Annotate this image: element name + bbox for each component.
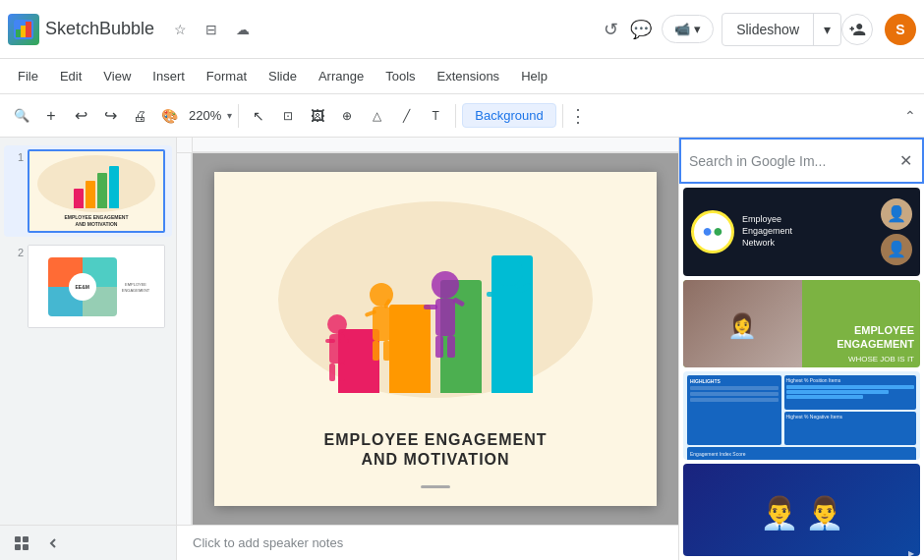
ruler-vertical [177, 153, 193, 525]
center-area: // tick marks inline [177, 138, 678, 560]
slide-canvas-area[interactable]: EMPLOYEE ENGAGEMENT AND MOTIVATION [193, 153, 678, 525]
collapse-panel-button[interactable] [39, 530, 67, 557]
svg-rect-27 [517, 283, 532, 293]
notes-bar[interactable]: Click to add speaker notes [177, 525, 678, 560]
zoom-in-button[interactable]: + [37, 100, 65, 132]
video-icon: 📹 [674, 22, 690, 36]
svg-rect-33 [23, 544, 29, 550]
svg-rect-16 [373, 341, 379, 361]
slideshow-main[interactable]: Slideshow [722, 14, 814, 45]
slide-num-2: 2 [8, 245, 24, 258]
svg-rect-28 [499, 325, 507, 349]
chat-icon[interactable]: 💬 [624, 13, 658, 46]
slide-preview-1: EMPLOYEE ENGAGEMENTAND MOTIVATION [28, 149, 165, 233]
menu-file[interactable]: File [8, 65, 48, 87]
image-tool[interactable]: 🖼 [304, 100, 331, 132]
top-bar: SketchBubble ☆ ⊟ ☁ ↺ 💬 📹 ▾ Slideshow ▾ S [0, 0, 924, 59]
zoom-control[interactable]: 220% ▾ [185, 100, 232, 132]
slideshow-button[interactable]: Slideshow ▾ [722, 13, 841, 46]
menu-format[interactable]: Format [197, 65, 257, 87]
slide-num-1: 1 [8, 149, 24, 163]
video-button[interactable]: 📹 ▾ [662, 15, 714, 43]
svg-rect-17 [383, 341, 390, 361]
slides-list: 1 EMPLOYEE ENGAGEMENTAND MOTIVATION [0, 138, 176, 560]
slide-title-line1: EMPLOYEE ENGAGEMENT [323, 429, 547, 451]
canvas-area: EMPLOYEE ENGAGEMENT AND MOTIVATION [177, 153, 678, 525]
cursor-tool[interactable]: ↖ [245, 100, 272, 132]
slideshow-dropdown-arrow[interactable]: ▾ [814, 14, 840, 45]
slide-main-title: EMPLOYEE ENGAGEMENT AND MOTIVATION [323, 429, 547, 469]
expand-toolbar-button[interactable]: ⌃ [904, 108, 916, 124]
svg-rect-7 [329, 334, 345, 364]
menu-slide[interactable]: Slide [259, 65, 307, 87]
svg-rect-8 [325, 339, 335, 343]
cloud-icon[interactable]: ☁ [229, 16, 257, 43]
line-tool[interactable]: ╱ [392, 100, 420, 132]
page-indicator [421, 485, 450, 488]
image-search-panel: ✕ ●● EmployeeEngagementNetwork 👤 👤 [678, 138, 924, 560]
slide-preview-2: EE&M EMPLOYEEENGAGEMENT [28, 245, 165, 328]
menu-edit[interactable]: Edit [50, 65, 91, 87]
image-result-3[interactable]: HIGHLIGHTS Highest % Position Items [683, 371, 920, 460]
paint-format-button[interactable]: 🎨 [155, 100, 183, 132]
notes-placeholder: Click to add speaker notes [193, 535, 343, 550]
more-options-button[interactable]: ⋮ [569, 105, 587, 127]
background-button[interactable]: Background [462, 103, 555, 128]
slide-title-line2: AND MOTIVATION [323, 451, 547, 469]
svg-rect-19 [435, 299, 455, 336]
grid-view-button[interactable] [8, 530, 35, 557]
app-logo: SketchBubble [8, 14, 154, 45]
toolbar-separator-1 [238, 104, 239, 128]
ruler-horizontal: // tick marks inline [193, 138, 678, 153]
redo-button[interactable]: ↪ [96, 100, 124, 132]
main-content: 1 EMPLOYEE ENGAGEMENTAND MOTIVATION [0, 138, 924, 560]
menu-view[interactable]: View [93, 65, 141, 87]
zoom-out-button[interactable]: 🔍 [8, 100, 35, 132]
history-icon[interactable]: ↺ [598, 13, 624, 46]
user-avatar[interactable]: S [885, 14, 916, 45]
image-result-4[interactable]: 👨‍💼 👨‍💼 ▶ [683, 464, 920, 556]
search-clear-button[interactable]: ✕ [897, 149, 914, 172]
zoom-value[interactable]: 220% [185, 100, 225, 132]
app-name: SketchBubble [45, 19, 154, 39]
zoom-arrow: ▾ [227, 110, 232, 121]
star-icon[interactable]: ☆ [166, 16, 194, 43]
svg-rect-30 [15, 536, 21, 542]
shape-tool[interactable]: △ [363, 100, 390, 132]
svg-rect-22 [435, 336, 443, 358]
svg-rect-32 [15, 544, 21, 550]
menu-bar: File Edit View Insert Format Slide Arran… [0, 59, 924, 94]
print-button[interactable]: 🖨 [126, 100, 153, 132]
svg-rect-3 [26, 22, 31, 37]
menu-help[interactable]: Help [511, 65, 557, 87]
frame-tool[interactable]: ⊡ [274, 100, 302, 132]
toolbar-separator-2 [455, 104, 456, 128]
menu-tools[interactable]: Tools [375, 65, 425, 87]
ruler-corner [177, 138, 193, 153]
image-result-1[interactable]: ●● EmployeeEngagementNetwork 👤 👤 [683, 188, 920, 276]
menu-insert[interactable]: Insert [143, 65, 195, 87]
slide-thumb-2[interactable]: 2 EE&M EMPLOYEEENGAGEMENT [4, 241, 172, 332]
undo-button[interactable]: ↩ [67, 100, 94, 132]
svg-rect-29 [511, 325, 519, 349]
crop-tool[interactable]: ⊕ [333, 100, 361, 132]
svg-point-24 [495, 258, 523, 286]
image-result-2[interactable]: 👩‍💼 EMPLOYEEENGAGEMENTWHOSE JOB IS IT [683, 280, 920, 368]
main-slide-canvas: EMPLOYEE ENGAGEMENT AND MOTIVATION [214, 172, 657, 506]
search-box: ✕ [689, 149, 914, 172]
svg-rect-31 [23, 536, 29, 542]
slide-thumb-1[interactable]: 1 EMPLOYEE ENGAGEMENTAND MOTIVATION [4, 145, 172, 237]
folder-icon[interactable]: ⊟ [198, 16, 225, 43]
svg-rect-11 [339, 364, 345, 381]
menu-extensions[interactable]: Extensions [428, 65, 510, 87]
menu-arrange[interactable]: Arrange [309, 65, 374, 87]
search-input[interactable] [689, 153, 897, 169]
svg-rect-9 [339, 339, 349, 343]
svg-rect-20 [424, 305, 437, 309]
svg-point-6 [327, 314, 347, 334]
toolbar-separator-3 [562, 104, 563, 128]
svg-rect-26 [487, 292, 501, 297]
add-people-button[interactable] [841, 14, 873, 45]
text-tool[interactable]: T [422, 100, 449, 132]
svg-point-18 [432, 271, 459, 299]
